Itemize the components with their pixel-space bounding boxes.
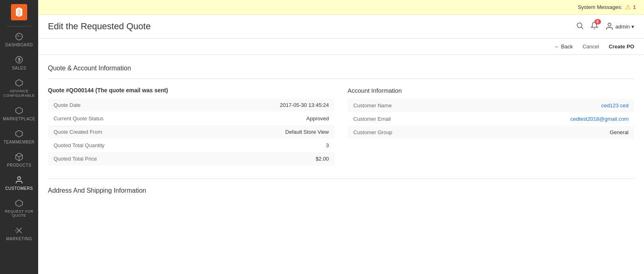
back-button[interactable]: ← Back xyxy=(554,43,573,50)
admin-menu-button[interactable]: admin ▾ xyxy=(605,22,634,31)
table-row: Quote Date 2017-05-30 13:45:24 xyxy=(48,98,335,112)
dollar-icon xyxy=(15,55,24,64)
main-content: System Messages: ⚠ 1 Edit the Requested … xyxy=(38,0,644,274)
notification-badge: 6 xyxy=(594,19,601,24)
marketplace-icon xyxy=(15,106,24,115)
message-count: 1 xyxy=(633,4,636,10)
system-messages-bar: System Messages: ⚠ 1 xyxy=(38,0,644,15)
quote-total-price-value: $2.00 xyxy=(205,152,335,165)
svg-marker-8 xyxy=(16,200,23,207)
svg-point-7 xyxy=(17,176,20,179)
page-title: Edit the Requested Quote xyxy=(48,21,151,32)
sidebar-item-products[interactable]: PRODUCTS xyxy=(0,148,38,172)
table-row: Quoted Total Price $2.00 xyxy=(48,152,335,165)
table-row: Customer Name ced123 ced xyxy=(348,99,634,112)
svg-point-9 xyxy=(577,23,582,28)
quote-account-columns: Quote #QO00144 (The quote email was sent… xyxy=(48,87,634,165)
quote-total-qty-value: 3 xyxy=(205,139,335,152)
quote-total-price-label: Quoted Total Price xyxy=(48,152,205,165)
quote-info-table: Quote Date 2017-05-30 13:45:24 Current Q… xyxy=(48,98,335,165)
sidebar-item-sales[interactable]: SALES xyxy=(0,51,38,74)
box-icon xyxy=(15,152,24,161)
megaphone-icon xyxy=(15,226,24,235)
sidebar-item-request-for-quote[interactable]: REQUEST FOR QUOTE xyxy=(0,195,38,222)
system-messages-label: System Messages: xyxy=(578,4,622,10)
table-row: Current Quote Status Approved xyxy=(48,112,335,125)
quote-status-label: Current Quote Status xyxy=(48,112,205,125)
quote-info-column: Quote #QO00144 (The quote email was sent… xyxy=(48,87,335,165)
customer-group-label: Customer Group xyxy=(348,126,505,139)
account-info-table: Customer Name ced123 ced Customer Email … xyxy=(348,99,634,139)
address-section-divider xyxy=(48,178,634,179)
warning-icon: ⚠ xyxy=(625,3,631,11)
customer-email-label: Customer Email xyxy=(348,112,505,126)
quote-number-header: Quote #QO00144 (The quote email was sent… xyxy=(48,87,335,94)
quote-date-label: Quote Date xyxy=(48,98,205,112)
customer-email-link[interactable]: cedtest2018@gmail.com xyxy=(571,116,629,122)
quote-created-from-value: Default Store View xyxy=(205,125,335,139)
teammember-icon xyxy=(15,129,24,138)
content-area: Quote & Account Information Quote #QO001… xyxy=(38,55,644,274)
sidebar-item-marketing[interactable]: MARKETING xyxy=(0,222,38,245)
quote-total-qty-label: Quoted Total Quantity xyxy=(48,139,205,152)
sidebar-item-customers[interactable]: CUSTOMERS xyxy=(0,172,38,195)
sidebar: DASHBOARD SALES ADVANCE CONFIGURABLE MAR… xyxy=(0,0,38,274)
sidebar-item-marketplace[interactable]: MARKETPLACE xyxy=(0,102,38,125)
quote-account-section-title: Quote & Account Information xyxy=(48,65,634,72)
sidebar-logo xyxy=(0,0,38,24)
address-section-title: Address And Shipping Information xyxy=(48,187,634,194)
magento-logo-icon xyxy=(11,4,27,20)
customer-name-value[interactable]: ced123 ced xyxy=(505,99,634,112)
back-arrow-icon: ← xyxy=(554,43,560,50)
sidebar-divider xyxy=(7,26,31,26)
gauge-icon xyxy=(15,32,24,41)
account-info-title: Account Information xyxy=(348,87,634,94)
account-info-column: Account Information Customer Name ced123… xyxy=(348,87,634,165)
table-row: Customer Email cedtest2018@gmail.com xyxy=(348,112,634,126)
advance-configurable-icon xyxy=(15,78,24,87)
cancel-button[interactable]: Cancel xyxy=(583,43,599,50)
customer-name-label: Customer Name xyxy=(348,99,505,112)
header-actions: 6 admin ▾ xyxy=(576,22,634,32)
table-row: Customer Group General xyxy=(348,126,634,139)
notification-button[interactable]: 6 xyxy=(590,22,599,32)
chevron-down-icon: ▾ xyxy=(631,24,634,30)
svg-marker-5 xyxy=(16,130,23,137)
customer-group-value: General xyxy=(505,126,634,139)
section-divider xyxy=(48,78,634,79)
sidebar-item-dashboard[interactable]: DASHBOARD xyxy=(0,28,38,51)
quote-created-from-label: Quote Created From xyxy=(48,125,205,139)
customer-name-link[interactable]: ced123 ced xyxy=(601,102,629,109)
svg-marker-4 xyxy=(16,107,23,114)
svg-marker-3 xyxy=(16,80,23,87)
quote-status-value: Approved xyxy=(205,112,335,125)
table-row: Quoted Total Quantity 3 xyxy=(48,139,335,152)
action-toolbar: ← Back Cancel Create PO xyxy=(38,39,644,55)
sidebar-item-advance-configurable[interactable]: ADVANCE CONFIGURABLE xyxy=(0,74,38,102)
person-icon xyxy=(15,176,24,185)
customer-email-value[interactable]: cedtest2018@gmail.com xyxy=(505,112,634,126)
create-po-button[interactable]: Create PO xyxy=(609,43,634,50)
svg-line-10 xyxy=(581,27,583,29)
svg-point-11 xyxy=(608,23,611,26)
sidebar-item-teammember[interactable]: TEAMMEMBER xyxy=(0,125,38,148)
table-row: Quote Created From Default Store View xyxy=(48,125,335,139)
request-quote-icon xyxy=(15,199,24,208)
search-button[interactable] xyxy=(576,22,584,32)
page-header: Edit the Requested Quote 6 xyxy=(38,15,644,39)
quote-date-value: 2017-05-30 13:45:24 xyxy=(205,98,335,112)
admin-label: admin xyxy=(616,24,630,30)
